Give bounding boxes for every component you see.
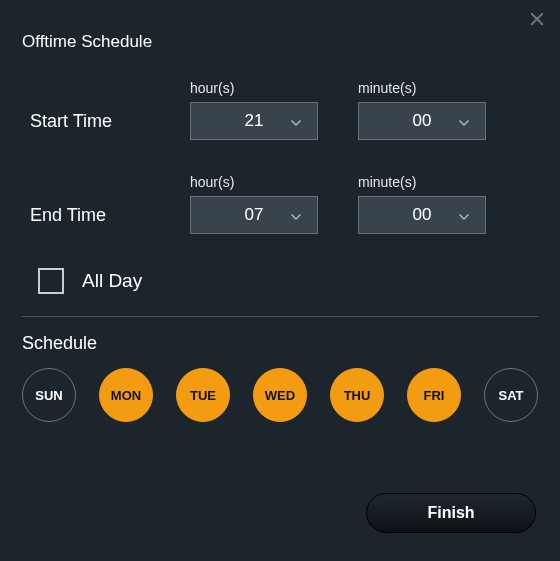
start-time-label: Start Time [30, 111, 190, 140]
end-minute-field: minute(s) 00 [358, 174, 486, 234]
start-hour-select[interactable]: 21 [190, 102, 318, 140]
close-icon[interactable] [528, 10, 546, 28]
all-day-label: All Day [82, 270, 142, 292]
day-mon[interactable]: MON [99, 368, 153, 422]
start-hour-field: hour(s) 21 [190, 80, 318, 140]
end-hour-field: hour(s) 07 [190, 174, 318, 234]
all-day-checkbox[interactable] [38, 268, 64, 294]
all-day-row: All Day [30, 268, 530, 312]
dialog-title: Offtime Schedule [0, 0, 560, 52]
minutes-label: minute(s) [358, 80, 486, 96]
hours-label: hour(s) [190, 174, 318, 190]
day-fri[interactable]: FRI [407, 368, 461, 422]
end-time-row: End Time hour(s) 07 minute(s) 00 [30, 174, 530, 234]
chevron-down-icon [455, 114, 473, 132]
chevron-down-icon [287, 114, 305, 132]
day-wed[interactable]: WED [253, 368, 307, 422]
day-sat[interactable]: SAT [484, 368, 538, 422]
hours-label: hour(s) [190, 80, 318, 96]
end-hour-select[interactable]: 07 [190, 196, 318, 234]
end-minute-select[interactable]: 00 [358, 196, 486, 234]
chevron-down-icon [287, 208, 305, 226]
chevron-down-icon [455, 208, 473, 226]
time-form: Start Time hour(s) 21 minute(s) 00 End T… [0, 52, 560, 312]
day-picker: SUN MON TUE WED THU FRI SAT [0, 368, 560, 422]
start-minute-select[interactable]: 00 [358, 102, 486, 140]
end-time-label: End Time [30, 205, 190, 234]
start-minute-field: minute(s) 00 [358, 80, 486, 140]
start-time-row: Start Time hour(s) 21 minute(s) 00 [30, 80, 530, 140]
minutes-label: minute(s) [358, 174, 486, 190]
finish-wrap: Finish [366, 493, 536, 533]
finish-button[interactable]: Finish [366, 493, 536, 533]
day-thu[interactable]: THU [330, 368, 384, 422]
schedule-heading: Schedule [0, 317, 560, 368]
day-sun[interactable]: SUN [22, 368, 76, 422]
day-tue[interactable]: TUE [176, 368, 230, 422]
